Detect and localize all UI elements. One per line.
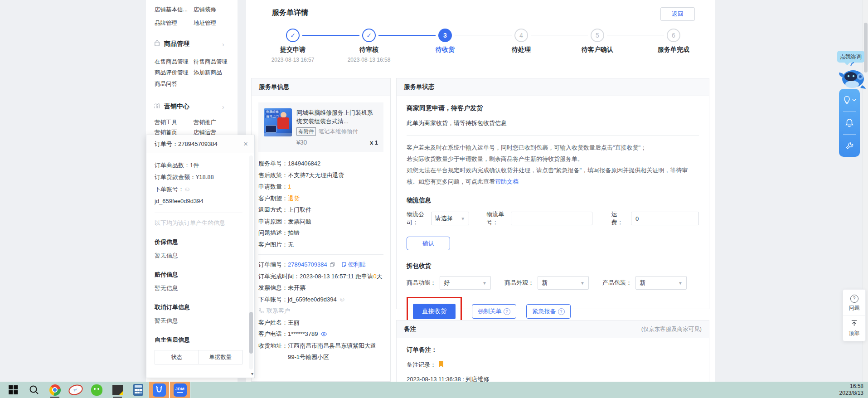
sidebar-item-product-qa[interactable]: 商品问答 <box>155 80 177 88</box>
product-name: 同城电脑维修服务上门装机系统安装组装台式清... <box>296 108 378 126</box>
popup-order-amount: 订单货款金额：¥18.88 <box>155 171 242 183</box>
sidebar-item-onsale-products[interactable]: 在售商品管理 <box>155 58 189 66</box>
bookmark-icon <box>439 361 443 368</box>
field-service-order-no: 服务单号：1849406842 <box>258 158 383 170</box>
windows-logo-icon <box>9 385 18 394</box>
tip-line: 若实际收货数量少于申请数量，剩余商品将产生新的待收货服务单。 <box>407 153 699 165</box>
wechat-taskbar-button[interactable] <box>86 382 107 398</box>
waybill-input[interactable] <box>511 212 592 225</box>
search-button[interactable] <box>24 382 44 398</box>
popup-order-number: 订单号：278945709384 <box>155 140 218 148</box>
search-icon <box>29 385 39 395</box>
snipping-tool-button[interactable]: ✂ <box>65 382 86 398</box>
close-icon[interactable]: × <box>243 140 248 148</box>
field-apply-qty: 申请数量：1 <box>258 181 383 193</box>
chrome-icon <box>49 384 61 396</box>
product-appearance-select[interactable]: 新▼ <box>538 276 589 290</box>
sidebar-item-shop-decor[interactable]: 店铺装修 <box>194 6 216 14</box>
chevron-down-icon: ▼ <box>678 281 683 286</box>
phone-icon <box>258 305 264 317</box>
popup-scrollbar-thumb[interactable] <box>249 312 253 354</box>
remark-record-row: 备注记录： <box>407 361 699 369</box>
check-circle-icon: ✓ <box>362 29 376 42</box>
panel-title: 备注 <box>404 325 416 333</box>
notes-taskbar-button[interactable] <box>107 382 128 398</box>
product-category: 笔记本维修预付 <box>319 128 359 136</box>
jdm-icon: JDM <box>174 383 187 397</box>
system-clock[interactable]: 16:58 2023/8/13 <box>839 382 863 398</box>
freight-input[interactable] <box>631 212 699 225</box>
sidebar-item-marketing-tools[interactable]: 营销工具 <box>155 119 177 126</box>
clock-date: 2023/8/13 <box>839 390 863 397</box>
sidebar-item-marketing-promo[interactable]: 营销推广 <box>194 119 216 126</box>
desktop-screen: 店铺基本信... 店铺装修 品牌管理 地址管理 商品管理 › 在售商品管理 待售… <box>0 0 868 398</box>
cancel-order-title: 取消订单信息 <box>155 302 242 313</box>
windows-taskbar: ✂ JDM 16:58 2023/8/13 <box>0 382 868 398</box>
order-summary-popup: 订单号：278945709384 × 订单商品数：1件 订单货款金额：¥18.8… <box>146 135 255 378</box>
field-shipping-address: 收货地址： 江西南昌市南昌县昌东镇紫阳大道99-1号翰园小区 <box>258 340 383 363</box>
product-function-select[interactable]: 好▼ <box>440 276 491 290</box>
contact-customer-link[interactable]: 联系客户 <box>258 305 383 317</box>
back-button[interactable]: 返回 <box>660 7 695 21</box>
field-order-finish-time: 订单完成时间：2023-08-13 16:57:11 距申请0天 <box>258 271 383 282</box>
price-protect-title: 价保信息 <box>155 237 242 248</box>
smiley-icon: ☺ <box>184 185 190 193</box>
chrome-taskbar-button[interactable] <box>44 382 65 398</box>
product-package-select[interactable]: 新▼ <box>635 276 687 290</box>
eye-icon[interactable] <box>320 328 327 340</box>
direct-receive-button[interactable]: 直接收货 <box>413 304 456 319</box>
sticky-note-link[interactable]: 便利贴 <box>348 259 366 271</box>
urgent-report-button[interactable]: 紧急报备 ? <box>526 304 571 319</box>
sidebar-section-marketing[interactable]: 营销中心 <box>154 102 189 111</box>
product-image: 电脑维修 当日上门 <box>264 108 292 136</box>
chevron-down-icon <box>852 99 856 102</box>
consult-bubble[interactable]: 点我咨询 <box>837 51 864 63</box>
table-header-count: 单据数量 <box>199 350 242 364</box>
bell-icon[interactable] <box>839 112 860 134</box>
sidebar-item-brand-mgmt[interactable]: 品牌管理 <box>155 19 177 27</box>
chevron-right-icon: › <box>222 41 224 48</box>
self-aftersale-title: 自主售后信息 <box>155 335 242 345</box>
wrench-icon[interactable] <box>839 135 860 157</box>
jd-app-taskbar-button[interactable] <box>149 382 170 398</box>
smiley-icon[interactable]: ☺ <box>339 294 345 306</box>
jd-dolphin-mascot[interactable] <box>839 62 867 91</box>
field-problem-desc: 问题描述：拍错 <box>258 227 383 239</box>
field-order-no: 订单编号： 278945709384 便利贴 <box>258 259 383 271</box>
unpack-section-title: 拆包收货 <box>407 262 699 270</box>
confirm-button[interactable]: 确认 <box>407 237 450 250</box>
help-doc-link[interactable]: 帮助文档 <box>495 178 519 185</box>
step-number-badge: 4 <box>514 29 528 42</box>
step-submit-application: ✓ 提交申请 2023-08-13 16:57 <box>261 29 325 63</box>
calculator-icon <box>133 384 143 396</box>
copy-icon[interactable] <box>330 259 335 271</box>
sidebar-item-shop-basic[interactable]: 店铺基本信... <box>155 6 188 14</box>
product-card[interactable]: 电脑维修 当日上门 同城电脑维修服务上门装机系统安装组装台式清... 有附件 笔… <box>258 102 383 152</box>
scroll-down-arrow-icon[interactable]: ▾ <box>251 371 253 376</box>
force-close-button[interactable]: 强制关单 ? <box>472 304 516 319</box>
to-top-icon <box>851 320 858 326</box>
lightbulb-menu-button[interactable] <box>839 89 860 111</box>
sidebar-item-add-product[interactable]: 添加新商品 <box>194 69 222 77</box>
waybill-label: 物流单号： <box>486 210 507 227</box>
step-number-badge: 6 <box>667 29 680 42</box>
jdm-workbench-taskbar-button[interactable]: JDM <box>170 382 190 398</box>
start-button[interactable] <box>3 382 24 398</box>
sidebar-item-address-mgmt[interactable]: 地址管理 <box>194 19 216 27</box>
question-button[interactable]: ? 问题 <box>843 290 865 315</box>
calculator-taskbar-button[interactable] <box>128 382 149 398</box>
back-to-top-button[interactable]: 顶部 <box>843 315 865 341</box>
compensation-body: 暂无信息 <box>155 283 242 294</box>
logistics-company-select[interactable]: 请选择▼ <box>431 212 470 225</box>
order-number-link[interactable]: 278945709384 <box>288 259 327 271</box>
service-order-info-panel: 服务单信息 电脑维修 当日上门 同城电脑维修服务上门装机系统安装组装台式清... <box>251 78 391 382</box>
chevron-right-icon: › <box>222 103 224 111</box>
field-customer-images: 客户图片：无 <box>258 239 383 251</box>
field-apply-reason: 申请原因：发票问题 <box>258 216 383 228</box>
sidebar-item-pending-products[interactable]: 待售商品管理 <box>194 58 228 66</box>
sidebar-item-review-mgmt[interactable]: 商品评价管理 <box>155 69 189 77</box>
jd-bull-icon <box>153 383 166 397</box>
bar-chart-icon <box>154 102 160 111</box>
clock-time: 16:58 <box>839 383 863 390</box>
sidebar-section-product-mgmt[interactable]: 商品管理 <box>154 40 189 48</box>
